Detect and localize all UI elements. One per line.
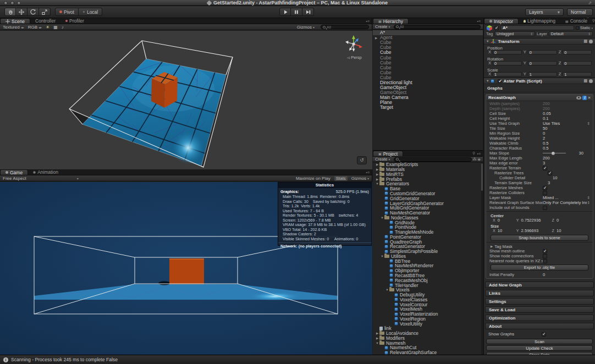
vector-value[interactable]: 0.7522936 (521, 218, 550, 223)
layout-dropdown[interactable]: Normal▾ (567, 8, 593, 16)
project-item-pointgenerator[interactable]: PointGenerator (373, 234, 481, 239)
stats-toggle-button[interactable]: Stats (334, 176, 348, 181)
panel-menu-icon[interactable]: ▪≡ (366, 170, 370, 174)
foldout-arrow-icon[interactable]: ▶ (375, 163, 379, 166)
tab-lightmapping[interactable]: Lightmapping (519, 18, 560, 24)
project-item-quadtreegraph[interactable]: QuadtreeGraph (373, 239, 481, 244)
render-channel-dropdown[interactable]: RGB◂▸ (28, 25, 42, 30)
create-dropdown[interactable]: Create ▾ (375, 24, 390, 29)
project-item-simplestgraphpossible[interactable]: SimplestGraphPossible (373, 249, 481, 254)
value-walkable-height[interactable]: 2 (543, 136, 590, 141)
value-max-edge-length[interactable]: 200 (543, 156, 590, 161)
value-tile-size[interactable]: 50 (543, 126, 590, 131)
step-button[interactable] (302, 8, 314, 16)
snap-bounds-button[interactable]: Snap bounds to scene (491, 235, 588, 241)
dropdown-use-tiled-graph[interactable]: Use Tiles (543, 121, 587, 126)
checkbox-nearest-node-queries-in-xz-sp[interactable] (543, 259, 547, 263)
position-y-field[interactable]: 0 (528, 50, 557, 54)
dropdown-arrow-icon[interactable]: ⇕ (587, 201, 590, 205)
foldout-arrow-icon[interactable]: ▼ (385, 288, 389, 291)
move-tool-button[interactable] (16, 8, 27, 16)
lighting-toggle-icon[interactable]: ☀ (46, 25, 49, 30)
value-cell-size[interactable]: 0.05 (543, 111, 590, 116)
add-new-graph-button[interactable]: Add New Graph (485, 282, 594, 288)
rotation-x-field[interactable]: 0 (493, 61, 522, 65)
foldout-arrow-icon[interactable]: ▶ (375, 173, 379, 176)
checkbox-rasterize-colliders[interactable] (543, 191, 547, 195)
scrollbar-thumb[interactable] (481, 163, 483, 191)
create-dropdown[interactable]: Create ▾ (375, 157, 390, 162)
rotate-tool-button[interactable] (27, 8, 39, 16)
pivot-toggle-button[interactable]: Pivot (55, 8, 79, 16)
project-item-utilities[interactable]: ▼Utilities (373, 254, 481, 259)
delete-graph-icon[interactable]: × (588, 95, 591, 100)
section-about[interactable]: About (485, 323, 594, 329)
foldout-arrow-icon[interactable]: ▶ (375, 337, 379, 340)
value-min-region-size[interactable]: 0 (543, 131, 590, 136)
section-settings[interactable]: Settings (485, 298, 594, 305)
tab-console[interactable]: ▤Console (560, 18, 592, 24)
project-item-relevantgraphsurface[interactable]: RelevantGraphSurface (373, 350, 481, 355)
project-item-customgridgenerator[interactable]: CustomGridGenerator (373, 191, 481, 196)
tab-profiler[interactable]: Profiler (60, 18, 89, 24)
section-links[interactable]: Links (485, 290, 594, 296)
scale-tool-button[interactable] (39, 8, 51, 16)
foldout-arrow-icon[interactable]: ▼ (375, 341, 379, 345)
scene-orientation-gizmo[interactable]: ◅ Persp (341, 34, 367, 60)
eye-icon[interactable] (576, 96, 581, 100)
skybox-toggle-icon[interactable]: ▦ (53, 25, 58, 30)
aspect-dropdown[interactable]: Free Aspect▾ (3, 176, 79, 181)
foldout-arrow-icon[interactable]: ▶ (375, 36, 380, 40)
tab-project[interactable]: ▣Project (373, 151, 403, 156)
dropdown-layer-mask[interactable]: Mixed ... (543, 195, 587, 200)
astar-component-header[interactable]: ▼ Astar Path (Script) ▤ (484, 78, 595, 84)
foldout-arrow-icon[interactable]: ▼ (375, 182, 379, 185)
foldout-arrow-icon[interactable]: ▼ (486, 79, 489, 82)
object-name-field[interactable]: A* (500, 25, 574, 30)
rotation-z-field[interactable]: 0 (563, 61, 592, 65)
project-item-objimporter[interactable]: ObjImporter (373, 268, 481, 273)
layer-dropdown[interactable]: Default⇕ (549, 31, 593, 36)
hierarchy-search-input[interactable]: All (394, 25, 481, 29)
foldout-arrow-icon[interactable]: ▶ (375, 332, 379, 335)
panel-menu-icon[interactable]: ▪≡ (366, 19, 370, 23)
static-dropdown[interactable]: Static▾ (576, 25, 593, 30)
update-check-button[interactable]: Update Check (486, 345, 593, 351)
perspective-label[interactable]: ◅ Persp (341, 55, 367, 60)
rotation-y-field[interactable]: 0 (528, 61, 557, 65)
pause-button[interactable] (291, 8, 302, 16)
scale-z-field[interactable]: 1 (563, 72, 592, 76)
project-item-generators[interactable]: ▼Generators (373, 181, 481, 186)
local-toggle-button[interactable]: Local (79, 8, 102, 16)
dropdown-relevant-graph-surface-mode[interactable]: Only For Completely Insic (543, 200, 587, 205)
gear-icon[interactable] (589, 79, 593, 83)
tag-mask-foldout[interactable]: ▶Tag Mask (486, 244, 593, 249)
panel-menu-icon[interactable]: ▪≡ (477, 152, 481, 156)
scale-y-field[interactable]: 1 (528, 72, 557, 76)
tab-inspector[interactable]: Inspector (484, 18, 519, 24)
book-icon[interactable]: ▤ (583, 79, 587, 83)
tab-controller[interactable]: Controller (30, 18, 60, 24)
value-character-radius[interactable]: 0.5 (543, 146, 590, 151)
lock-icon[interactable]: ⚲ (472, 151, 475, 156)
position-z-field[interactable]: 0 (563, 50, 592, 54)
tab-animation[interactable]: Animation (28, 169, 63, 175)
scene-cube[interactable] (151, 72, 178, 108)
fullscreen-icon[interactable]: ⇗ (588, 1, 592, 5)
project-label-icon[interactable]: ◈ (478, 157, 481, 162)
value-cell-height[interactable]: 0.1 (543, 116, 590, 121)
play-button[interactable] (279, 8, 291, 16)
slider-thumb[interactable] (552, 152, 555, 155)
static-checkbox[interactable] (576, 26, 579, 30)
scene-view-control-icon[interactable]: ↺ (357, 156, 367, 164)
project-item-voxelregion[interactable]: VoxelRegion (373, 317, 481, 322)
project-layout-icon[interactable]: ⁂ (473, 157, 477, 162)
maximize-on-play-button[interactable]: Maximize on Play (296, 176, 330, 181)
foldout-arrow-icon[interactable]: ▼ (486, 40, 489, 43)
layers-dropdown[interactable]: Layers▾ (525, 8, 564, 16)
show-graphs-checkbox[interactable] (542, 332, 546, 337)
project-search-input[interactable] (394, 157, 472, 162)
project-item-gridnode[interactable]: GridNode (373, 220, 481, 225)
info-icon[interactable]: i (582, 96, 587, 100)
panel-menu-icon[interactable]: ▪≡ (477, 19, 481, 23)
